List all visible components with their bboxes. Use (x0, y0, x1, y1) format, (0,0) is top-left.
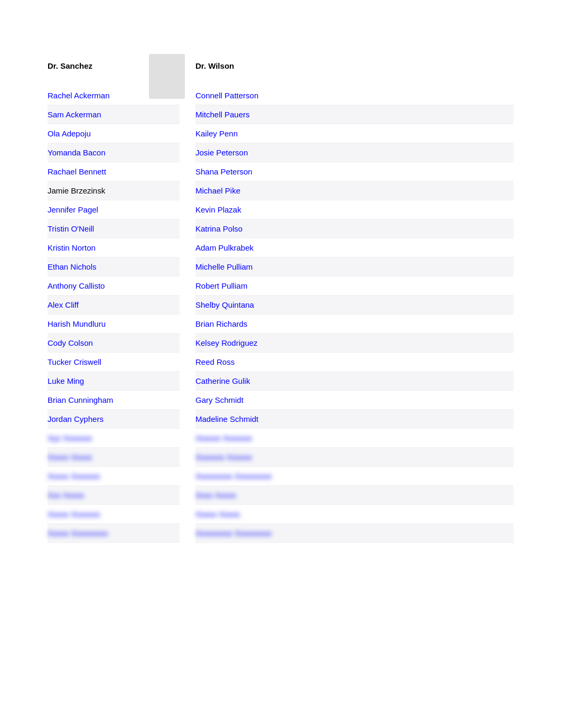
name-link[interactable]: Sam Ackerman (48, 106, 180, 123)
name-link[interactable]: Alex Cliff (48, 296, 180, 314)
name-row: Anthony Callisto (48, 277, 180, 296)
blurred-name: Xxxxx Xxxxx (48, 448, 180, 466)
name-row: Josie Peterson (195, 143, 513, 162)
name-link[interactable]: Josie Peterson (195, 144, 513, 161)
blurred-row: Xxxxxxx Xxxxxx (195, 448, 513, 467)
name-link[interactable]: Kevin Plazak (195, 201, 513, 218)
name-link[interactable]: Tucker Criswell (48, 353, 180, 371)
name-link[interactable]: Catherine Gulik (195, 372, 513, 390)
page-container: Dr. Sanchez Dr. Wilson Rachel Ackerman S… (0, 0, 561, 575)
name-row: Michelle Pulliam (195, 257, 513, 277)
name-row: Brian Richards (195, 315, 513, 334)
name-link[interactable]: Shana Peterson (195, 163, 513, 180)
name-row: Shana Peterson (195, 162, 513, 181)
name-row: Kailey Penn (195, 124, 513, 143)
name-row: Kevin Plazak (195, 200, 513, 219)
name-link[interactable]: Ola Adepoju (48, 125, 180, 142)
blurred-row: Xxxx Xxxxx (195, 486, 513, 505)
blurred-row: Xxxxx Xxxxxxx (48, 505, 180, 524)
name-link[interactable]: Reed Ross (195, 353, 513, 371)
name-row: Michael Pike (195, 181, 513, 200)
blurred-row: Xxxxxx Xxxxxxx (195, 429, 513, 448)
name-link[interactable]: Brian Richards (195, 315, 513, 333)
name-link[interactable]: Kelsey Rodriguez (195, 334, 513, 352)
blurred-row: Xxx Xxxxx (48, 486, 180, 505)
blurred-name: Xxx Xxxxx (48, 486, 180, 504)
blurred-name: Xxxxx Xxxxxxxxx (48, 524, 180, 542)
blurred-name: Xxxxxx Xxxxxxx (195, 429, 513, 447)
blurred-name: Xxxxxxxxx Xxxxxxxxx (195, 467, 513, 485)
name-row: Sam Ackerman (48, 105, 180, 124)
blurred-row: Xxxxxxxxx Xxxxxxxxx (195, 467, 513, 486)
name-row: Mitchell Pauers (195, 105, 513, 124)
name-link[interactable]: Cody Colson (48, 334, 180, 352)
blurred-row: Xxxxxxxxx Xxxxxxxxx (195, 524, 513, 543)
name-link[interactable]: Connell Patterson (195, 87, 513, 104)
name-row: Cody Colson (48, 334, 180, 353)
name-link[interactable]: Katrina Polso (195, 220, 513, 237)
name-link[interactable]: Tristin O'Neill (48, 220, 180, 237)
name-row: Katrina Polso (195, 219, 513, 238)
name-link[interactable]: Michelle Pulliam (195, 258, 513, 275)
blurred-row: Xxxxx Xxxxx (195, 505, 513, 524)
name-row: Ola Adepoju (48, 124, 180, 143)
blurred-name: Xxxxx Xxxxx (195, 505, 513, 523)
blurred-row: Xxxxx Xxxxxxx (48, 467, 180, 486)
name-row: Jennifer Pagel (48, 200, 180, 219)
blurred-name: Xxxxx Xxxxxxx (48, 505, 180, 523)
name-link[interactable]: Yomanda Bacon (48, 144, 180, 161)
name-row: Reed Ross (195, 353, 513, 372)
name-row: Shelby Quintana (195, 296, 513, 315)
name-link[interactable]: Brian Cunningham (48, 391, 180, 409)
name-row: Robert Pulliam (195, 277, 513, 296)
name-row: Jamie Brzezinsk (48, 181, 180, 200)
name-row: Rachael Bennett (48, 162, 180, 181)
name-link[interactable]: Anthony Callisto (48, 277, 180, 294)
name-row: Ethan Nichols (48, 257, 180, 277)
highlight-box (149, 54, 185, 99)
blurred-row: Xxxxx Xxxxxxxxx (48, 524, 180, 543)
blurred-name: Xyz Xxxxxxx (48, 429, 180, 447)
blurred-name: Xxxxxxxxx Xxxxxxxxx (195, 524, 513, 542)
name-link[interactable]: Adam Pulkrabek (195, 239, 513, 256)
name-link[interactable]: Shelby Quintana (195, 296, 513, 314)
name-row: Adam Pulkrabek (195, 238, 513, 257)
name-link[interactable]: Luke Ming (48, 372, 180, 390)
name-link[interactable]: Kailey Penn (195, 125, 513, 142)
name-plain: Jamie Brzezinsk (48, 182, 180, 199)
name-link[interactable]: Jennifer Pagel (48, 201, 180, 218)
name-row: Alex Cliff (48, 296, 180, 315)
right-column-header: Dr. Wilson (195, 58, 513, 70)
blurred-name: Xxxx Xxxxx (195, 486, 513, 504)
name-link[interactable]: Madeline Schmidt (195, 410, 513, 428)
name-row: Brian Cunningham (48, 391, 180, 410)
data-list: Rachel Ackerman Sam Ackerman Ola Adepoju… (48, 86, 513, 543)
name-row: Gary Schmidt (195, 391, 513, 410)
name-row: Yomanda Bacon (48, 143, 180, 162)
name-link[interactable]: Jordan Cyphers (48, 410, 180, 428)
name-link[interactable]: Kristin Norton (48, 239, 180, 256)
name-link[interactable]: Michael Pike (195, 182, 513, 199)
blurred-row: Xxxxx Xxxxx (48, 448, 180, 467)
name-link[interactable]: Ethan Nichols (48, 258, 180, 275)
name-row: Kelsey Rodriguez (195, 334, 513, 353)
left-column-list: Rachel Ackerman Sam Ackerman Ola Adepoju… (48, 86, 180, 543)
name-row: Harish Mundluru (48, 315, 180, 334)
name-row: Kristin Norton (48, 238, 180, 257)
name-row: Luke Ming (48, 372, 180, 391)
name-row: Jordan Cyphers (48, 410, 180, 429)
name-link[interactable]: Gary Schmidt (195, 391, 513, 409)
name-row: Connell Patterson (195, 86, 513, 105)
blurred-name: Xxxxxxx Xxxxxx (195, 448, 513, 466)
name-row: Catherine Gulik (195, 372, 513, 391)
name-link[interactable]: Mitchell Pauers (195, 106, 513, 123)
name-row: Tristin O'Neill (48, 219, 180, 238)
name-link[interactable]: Robert Pulliam (195, 277, 513, 294)
name-row: Madeline Schmidt (195, 410, 513, 429)
name-link[interactable]: Harish Mundluru (48, 315, 180, 333)
name-link[interactable]: Rachael Bennett (48, 163, 180, 180)
blurred-name: Xxxxx Xxxxxxx (48, 467, 180, 485)
blurred-row: Xyz Xxxxxxx (48, 429, 180, 448)
right-column-list: Connell Patterson Mitchell Pauers Kailey… (195, 86, 513, 543)
name-row: Tucker Criswell (48, 353, 180, 372)
